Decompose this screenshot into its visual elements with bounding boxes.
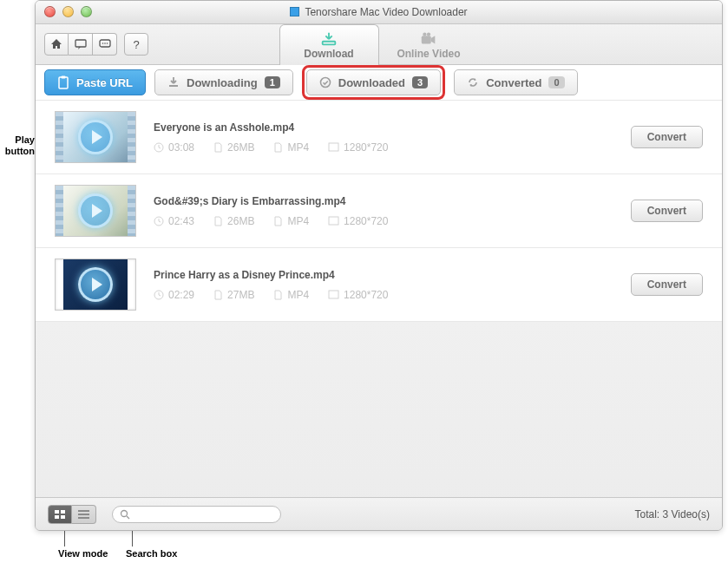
- refresh-icon: [467, 76, 479, 88]
- downloading-count-badge: 1: [265, 76, 280, 88]
- svg-rect-20: [55, 515, 59, 519]
- feedback-button[interactable]: [69, 33, 93, 56]
- video-title: Everyone is an Asshole.mp4: [154, 121, 631, 134]
- svg-rect-24: [78, 517, 89, 519]
- video-thumbnail[interactable]: [55, 185, 136, 237]
- video-title: Prince Harry as a Disney Prince.mp4: [154, 269, 631, 281]
- converted-count-badge: 0: [548, 76, 564, 88]
- play-button-icon[interactable]: [78, 193, 113, 228]
- svg-rect-15: [329, 217, 338, 225]
- window-close-button[interactable]: [44, 6, 56, 17]
- titlebar: Tenorshare Mac Video Downloader: [36, 1, 722, 24]
- svg-point-11: [320, 78, 330, 88]
- svg-rect-23: [78, 514, 89, 515]
- downloaded-highlight: Downloaded 3: [302, 65, 445, 100]
- format-icon: [273, 216, 283, 226]
- converted-button[interactable]: Converted 0: [454, 69, 577, 95]
- video-row: Prince Harry as a Disney Prince.mp4 02:2…: [36, 248, 722, 322]
- tab-download[interactable]: Download: [279, 24, 379, 65]
- file-icon: [213, 216, 223, 226]
- toolbar: ? Download Online Video: [36, 24, 722, 65]
- footer: Total: 3 Video(s): [36, 497, 722, 530]
- video-title: God&#39;s Diary is Embarrassing.mp4: [154, 195, 631, 207]
- svg-rect-17: [329, 291, 338, 298]
- video-metadata: 02:43 26MB MP4 1280*720: [154, 215, 631, 227]
- svg-rect-19: [61, 510, 65, 514]
- resolution-icon: [328, 216, 339, 226]
- convert-button[interactable]: Convert: [631, 200, 703, 222]
- file-icon: [213, 290, 223, 300]
- filter-bar: Paste URL Downloading 1 Downloaded 3 Con…: [36, 65, 722, 101]
- format-icon: [273, 290, 283, 300]
- clock-icon: [154, 142, 164, 153]
- annotation-search-box: Search box: [126, 548, 177, 559]
- paste-icon: [57, 75, 69, 89]
- svg-point-4: [106, 43, 108, 44]
- home-button[interactable]: [44, 33, 69, 56]
- play-button-icon[interactable]: [78, 120, 113, 154]
- list-icon: [77, 509, 90, 520]
- search-icon: [120, 509, 130, 520]
- svg-rect-9: [59, 77, 68, 88]
- resolution-icon: [328, 290, 339, 299]
- video-thumbnail[interactable]: [55, 111, 136, 163]
- video-metadata: 03:08 26MB MP4 1280*720: [154, 141, 631, 154]
- video-list: Everyone is an Asshole.mp4 03:08 26MB MP…: [36, 101, 722, 322]
- video-metadata: 02:29 27MB MP4 1280*720: [154, 289, 631, 301]
- downloaded-button[interactable]: Downloaded 3: [306, 69, 441, 95]
- convert-button[interactable]: Convert: [631, 126, 703, 148]
- download-icon: [319, 30, 338, 48]
- svg-point-2: [102, 43, 103, 44]
- app-icon: [290, 7, 299, 16]
- file-icon: [213, 142, 223, 153]
- resolution-icon: [328, 142, 339, 152]
- chat-icon: [99, 38, 111, 50]
- svg-rect-22: [78, 510, 89, 512]
- downloading-icon: [167, 76, 180, 88]
- view-mode-list-button[interactable]: [72, 505, 96, 524]
- home-icon: [50, 38, 62, 50]
- video-thumbnail[interactable]: [55, 259, 136, 311]
- downloading-button[interactable]: Downloading 1: [154, 69, 293, 95]
- help-icon: ?: [133, 38, 139, 51]
- svg-rect-5: [323, 42, 336, 45]
- downloaded-count-badge: 3: [412, 76, 428, 88]
- view-mode-grid-button[interactable]: [48, 505, 72, 524]
- help-button[interactable]: ?: [124, 33, 148, 56]
- play-button-icon[interactable]: [78, 267, 113, 302]
- camera-icon: [419, 30, 438, 48]
- svg-rect-10: [62, 76, 66, 79]
- format-icon: [273, 142, 283, 153]
- clock-icon: [154, 216, 164, 226]
- window-title: Tenorshare Mac Video Downloader: [290, 6, 467, 18]
- feedback-icon: [75, 38, 87, 50]
- check-circle-icon: [319, 76, 331, 88]
- svg-rect-13: [329, 143, 338, 151]
- annotation-view-mode: View mode: [58, 548, 108, 559]
- svg-point-3: [104, 43, 106, 44]
- video-row: Everyone is an Asshole.mp4 03:08 26MB MP…: [36, 101, 722, 174]
- search-input[interactable]: [112, 506, 281, 523]
- video-row: God&#39;s Diary is Embarrassing.mp4 02:4…: [36, 174, 722, 248]
- svg-point-25: [121, 510, 128, 516]
- paste-url-button[interactable]: Paste URL: [44, 69, 146, 95]
- chat-button[interactable]: [93, 33, 117, 56]
- svg-rect-18: [55, 510, 59, 514]
- total-count: Total: 3 Video(s): [635, 508, 711, 520]
- app-window: Tenorshare Mac Video Downloader ?: [35, 0, 723, 531]
- window-minimize-button[interactable]: [62, 6, 74, 17]
- convert-button[interactable]: Convert: [631, 273, 703, 296]
- window-zoom-button[interactable]: [81, 6, 92, 17]
- svg-point-7: [423, 32, 426, 36]
- clock-icon: [154, 290, 164, 300]
- annotation-play-button: Play button: [0, 134, 35, 157]
- svg-rect-6: [422, 36, 431, 43]
- tab-online-video[interactable]: Online Video: [379, 24, 479, 65]
- svg-rect-21: [61, 515, 65, 519]
- svg-point-8: [427, 32, 430, 36]
- grid-icon: [54, 509, 66, 520]
- svg-rect-0: [75, 40, 86, 47]
